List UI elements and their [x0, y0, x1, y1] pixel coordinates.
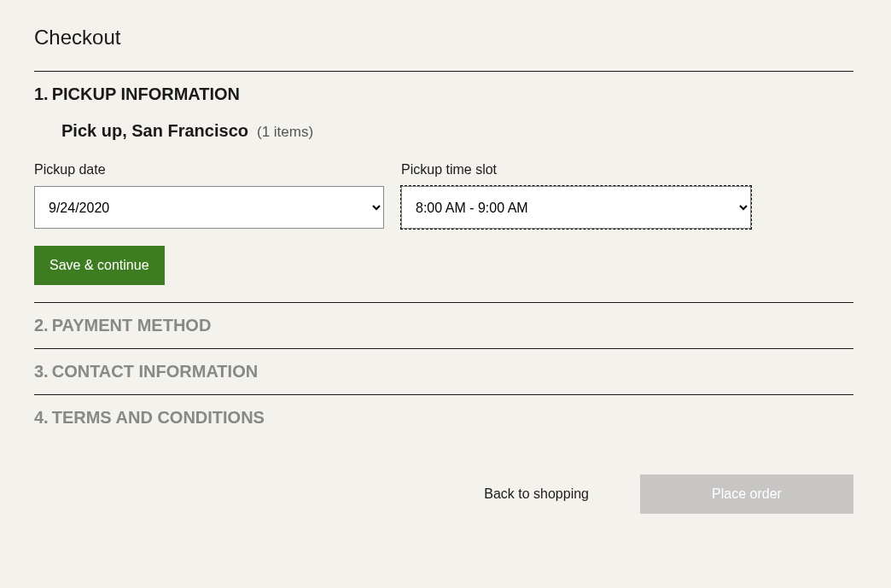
step-header-payment[interactable]: 2. PAYMENT METHOD [34, 316, 853, 335]
pickup-date-label: Pickup date [34, 162, 384, 178]
page-title: Checkout [34, 26, 853, 49]
step-title: CONTACT INFORMATION [52, 362, 258, 381]
pickup-date-select[interactable]: 9/24/2020 [34, 186, 384, 229]
place-order-button[interactable]: Place order [640, 474, 853, 514]
pickup-time-label: Pickup time slot [401, 162, 751, 178]
step-number: 3. [34, 362, 49, 381]
step-number: 2. [34, 316, 49, 335]
checkout-container: Checkout 1. PICKUP INFORMATION Pick up, … [34, 26, 853, 514]
save-continue-button[interactable]: Save & continue [34, 246, 165, 285]
pickup-date-group: Pickup date 9/24/2020 [34, 162, 384, 229]
step-pickup-information: 1. PICKUP INFORMATION Pick up, San Franc… [34, 72, 853, 302]
back-to-shopping-link[interactable]: Back to shopping [484, 486, 589, 502]
step-number: 1. [34, 84, 49, 104]
step-header-pickup: 1. PICKUP INFORMATION [34, 84, 853, 104]
step-title: PICKUP INFORMATION [52, 84, 240, 104]
pickup-location: Pick up, San Francisco [61, 121, 248, 141]
step-header-terms[interactable]: 4. TERMS AND CONDITIONS [34, 408, 853, 428]
step-number: 4. [34, 408, 49, 428]
step-contact-information: 3. CONTACT INFORMATION [34, 349, 853, 394]
step-header-contact[interactable]: 3. CONTACT INFORMATION [34, 362, 853, 381]
pickup-item-count: (1 items) [257, 124, 313, 141]
actions-row: Back to shopping Place order [34, 440, 853, 514]
pickup-subhead: Pick up, San Francisco (1 items) [61, 121, 853, 141]
form-row: Pickup date 9/24/2020 Pickup time slot 8… [34, 162, 853, 229]
step-content: Pick up, San Francisco (1 items) Pickup … [34, 104, 853, 289]
step-title: PAYMENT METHOD [52, 316, 212, 335]
step-payment-method: 2. PAYMENT METHOD [34, 303, 853, 348]
pickup-time-group: Pickup time slot 8:00 AM - 9:00 AM [401, 162, 751, 229]
pickup-time-select[interactable]: 8:00 AM - 9:00 AM [401, 186, 751, 229]
step-title: TERMS AND CONDITIONS [52, 408, 265, 428]
step-terms-conditions: 4. TERMS AND CONDITIONS [34, 395, 853, 440]
